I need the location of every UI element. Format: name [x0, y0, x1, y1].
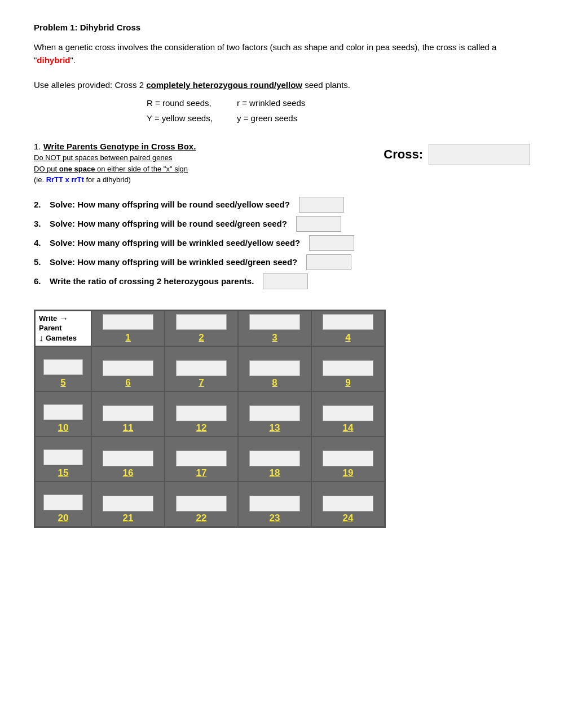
grid-cell-13: 13: [238, 391, 311, 436]
dihybrid-word: dihybrid: [37, 55, 70, 65]
cell-num-8: 8: [272, 377, 277, 389]
cell-input-6[interactable]: [103, 360, 153, 376]
answer-box-3[interactable]: [296, 216, 341, 232]
grid-cell-7: 7: [165, 346, 238, 391]
grid-cell-11: 11: [91, 391, 165, 436]
grid-cell-24: 24: [311, 482, 385, 527]
cell-num-23: 23: [270, 513, 280, 524]
grid-corner: Write → Parent ↓ Gametes: [35, 311, 91, 346]
grid-side-10: 10: [35, 391, 91, 436]
q1-header: 1. Write Parents Genotype in Cross Box.: [34, 142, 367, 151]
grid-header-2: 2: [165, 311, 238, 346]
grid-header-4: 4: [311, 311, 385, 346]
alleles-table: R = round seeds, r = wrinkled seeds Y = …: [147, 95, 530, 126]
alleles-instruction: Use alleles provided: Cross 2 completely…: [34, 80, 530, 90]
grid-side-5: 5: [35, 346, 91, 391]
grid-cell-22: 22: [165, 482, 238, 527]
solve-q3: 3. Solve: How many offspring will be rou…: [34, 216, 530, 232]
alleles-underline: completely heterozygous round/yellow: [146, 80, 302, 90]
header-input-4[interactable]: [323, 314, 373, 330]
cell-input-13[interactable]: [249, 405, 300, 421]
cell-num-1: 1: [125, 332, 130, 343]
cross-label: Cross:: [384, 147, 423, 162]
header-input-3[interactable]: [249, 314, 300, 330]
cell-num-13: 13: [270, 422, 280, 434]
grid-header-3: 3: [238, 311, 311, 346]
allele-Y: Y = yellow seeds,: [147, 111, 226, 126]
q1-number: 1.: [34, 142, 41, 151]
cell-input-24[interactable]: [323, 496, 373, 511]
cell-input-19[interactable]: [323, 451, 373, 466]
solve-q2: 2. Solve: How many offspring will be rou…: [34, 197, 530, 213]
cross-input[interactable]: [429, 144, 530, 165]
grid-side-20: 20: [35, 482, 91, 527]
cell-num-22: 22: [196, 513, 207, 524]
grid-side-15: 15: [35, 436, 91, 482]
problem-title: Problem 1: Dihybrid Cross: [34, 23, 530, 32]
side-input-5[interactable]: [43, 359, 83, 375]
cell-num-9: 9: [345, 377, 350, 389]
grid-cell-14: 14: [311, 391, 385, 436]
header-input-1[interactable]: [103, 314, 153, 330]
solve-q6: 6. Write the ratio of crossing 2 heteroz…: [34, 273, 530, 289]
q1-sub2: DO put one space on either side of the "…: [34, 164, 367, 175]
arrow-right-icon: →: [59, 314, 68, 324]
q1-sub1: Do NOT put spaces between paired genes: [34, 152, 367, 164]
cell-input-14[interactable]: [323, 405, 373, 421]
cell-input-8[interactable]: [249, 360, 300, 376]
grid-cell-21: 21: [91, 482, 165, 527]
grid-cell-6: 6: [91, 346, 165, 391]
questions-section: 1. Write Parents Genotype in Cross Box. …: [34, 142, 530, 289]
cell-input-7[interactable]: [176, 360, 227, 376]
side-input-15[interactable]: [43, 449, 83, 465]
question-1: 1. Write Parents Genotype in Cross Box. …: [34, 142, 530, 186]
q1-sub3: (ie. RrTT x rrTt for a dihybrid): [34, 174, 367, 186]
grid-cell-12: 12: [165, 391, 238, 436]
header-input-2[interactable]: [176, 314, 227, 330]
cell-input-9[interactable]: [323, 360, 373, 376]
cell-num-20: 20: [58, 513, 69, 524]
q1-title: Write Parents Genotype in Cross Box.: [43, 142, 196, 151]
cell-num-4: 4: [345, 332, 350, 343]
cell-input-17[interactable]: [176, 451, 227, 466]
grid-cell-16: 16: [91, 436, 165, 482]
answer-box-2[interactable]: [299, 197, 344, 213]
punnett-grid-container: Write → Parent ↓ Gametes 1 2 3 4: [34, 310, 386, 528]
grid-cell-17: 17: [165, 436, 238, 482]
arrow-down-icon: ↓: [39, 333, 43, 343]
solve-q5: 5. Solve: How many offspring will be wri…: [34, 254, 530, 270]
cell-input-23[interactable]: [249, 496, 300, 511]
answer-box-4[interactable]: [309, 235, 354, 251]
cell-num-7: 7: [199, 377, 204, 389]
allele-r: r = wrinkled seeds: [237, 95, 305, 111]
cell-input-16[interactable]: [103, 451, 153, 466]
cell-num-11: 11: [123, 422, 134, 434]
allele-R: R = round seeds,: [147, 95, 226, 111]
cell-input-18[interactable]: [249, 451, 300, 466]
allele-y: y = green seeds: [237, 111, 297, 126]
cell-num-10: 10: [58, 422, 69, 434]
cell-num-17: 17: [196, 467, 207, 479]
cell-input-22[interactable]: [176, 496, 227, 511]
cell-num-14: 14: [343, 422, 354, 434]
grid-header-1: 1: [91, 311, 165, 346]
intro-text: When a genetic cross involves the consid…: [34, 41, 530, 67]
cell-num-21: 21: [123, 513, 134, 524]
cell-input-12[interactable]: [176, 405, 227, 421]
solve-questions-list: 2. Solve: How many offspring will be rou…: [34, 197, 530, 289]
cell-num-19: 19: [343, 467, 354, 479]
cell-num-2: 2: [199, 332, 204, 343]
grid-cell-9: 9: [311, 346, 385, 391]
side-input-20[interactable]: [43, 495, 83, 510]
solve-q4: 4. Solve: How many offspring will be wri…: [34, 235, 530, 251]
answer-box-5[interactable]: [306, 254, 351, 270]
side-input-10[interactable]: [43, 404, 83, 420]
punnett-grid: Write → Parent ↓ Gametes 1 2 3 4: [35, 311, 385, 527]
cell-input-21[interactable]: [103, 496, 153, 511]
answer-box-6[interactable]: [263, 273, 308, 289]
cell-num-5: 5: [60, 377, 65, 389]
grid-cell-18: 18: [238, 436, 311, 482]
cell-num-18: 18: [270, 467, 280, 479]
cell-num-24: 24: [343, 513, 354, 524]
cell-input-11[interactable]: [103, 405, 153, 421]
